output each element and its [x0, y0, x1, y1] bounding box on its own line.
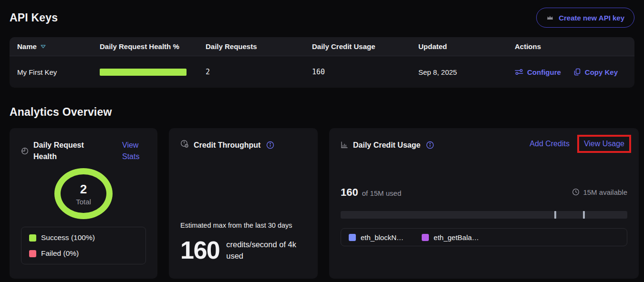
donut-total-label: Total	[76, 198, 91, 206]
daily-credit-usage-value: 160	[312, 68, 418, 76]
failed-swatch	[29, 250, 36, 257]
usage-legend: eth_blockN… eth_getBala…	[341, 228, 627, 246]
card-title: Credit Throughput	[194, 140, 260, 151]
daily-request-health-card: Daily Request Health View Stats 2 Total …	[10, 128, 157, 279]
success-swatch	[29, 234, 36, 242]
usage-bar-tick	[554, 211, 556, 219]
page-title: API Keys	[10, 11, 58, 24]
eth-getbalance-swatch	[422, 234, 429, 241]
usage-card-links: Add Credits View Usage	[530, 140, 627, 148]
view-usage-link[interactable]: View Usage	[584, 140, 624, 148]
add-credits-link[interactable]: Add Credits	[530, 140, 570, 148]
view-stats-link[interactable]: View Stats	[122, 140, 146, 162]
bar-chart-icon	[341, 141, 348, 149]
info-icon[interactable]	[266, 141, 274, 149]
credits-available: 15M available	[572, 188, 627, 196]
health-bar-fill	[100, 69, 187, 76]
info-icon[interactable]	[426, 141, 434, 149]
legend-eth-blocknumber-label: eth_blockN…	[361, 233, 404, 242]
throughput-subtitle: Estimated max from the last 30 days	[180, 222, 306, 229]
create-api-key-label: Create new API key	[559, 14, 624, 22]
legend-success-label: Success (100%)	[41, 233, 95, 242]
configure-label: Configure	[527, 68, 561, 76]
column-header-health: Daily Request Health %	[100, 42, 206, 50]
throughput-value-description: credits/second of 4k used	[226, 239, 306, 262]
health-legend: Success (100%) Failed (0%)	[21, 227, 146, 264]
column-header-name-label: Name	[17, 42, 37, 50]
copy-icon	[573, 68, 581, 76]
request-health-donut-chart: 2 Total	[54, 168, 113, 219]
column-header-name[interactable]: Name	[10, 42, 100, 50]
daily-credit-usage-card: Daily Credit Usage Add Credits View Usag…	[329, 128, 639, 279]
clock-icon	[572, 188, 580, 196]
legend-item-failed: Failed (0%)	[29, 249, 138, 258]
legend-item-eth-getbalance: eth_getBala…	[422, 233, 479, 242]
health-cell	[100, 69, 206, 76]
health-bar-track	[100, 69, 187, 76]
donut-total-value: 2	[80, 182, 87, 197]
eth-blocknumber-swatch	[349, 234, 356, 241]
card-header: Daily Credit Usage Add Credits View Usag…	[341, 140, 627, 151]
api-keys-table: Name Daily Request Health % Daily Reques…	[10, 37, 634, 88]
create-api-key-button[interactable]: Create new API key	[536, 8, 634, 28]
sort-descending-icon[interactable]	[41, 45, 46, 49]
actions-cell: Configure Copy Key	[515, 68, 634, 76]
gauge-icon	[180, 140, 189, 148]
legend-item-success: Success (100%)	[29, 233, 138, 242]
usage-progress-bar	[341, 211, 627, 219]
annotation-highlight-box: View Usage	[577, 135, 631, 153]
crown-icon	[546, 14, 554, 21]
throughput-value-row: 160 credits/second of 4k used	[180, 236, 306, 264]
usage-summary-row: 160 of 15M used 15M available	[341, 186, 627, 199]
table-header-row: Name Daily Request Health % Daily Reques…	[10, 37, 634, 56]
pie-chart-icon	[21, 147, 29, 155]
credits-used-suffix: of 15M used	[362, 189, 402, 197]
legend-failed-label: Failed (0%)	[41, 249, 79, 258]
analytics-cards: Daily Request Health View Stats 2 Total …	[10, 128, 634, 279]
usage-bar-tick	[583, 211, 585, 219]
copy-key-label: Copy Key	[585, 68, 618, 76]
legend-item-eth-blocknumber: eth_blockN…	[349, 233, 404, 242]
dashboard-page: API Keys Create new API key Name Daily R…	[0, 0, 644, 279]
column-header-credit-usage: Daily Credit Usage	[312, 42, 418, 50]
analytics-overview-title: Analytics Overview	[10, 106, 634, 119]
column-header-requests: Daily Requests	[206, 42, 312, 50]
copy-key-button[interactable]: Copy Key	[573, 68, 618, 76]
api-keys-header: API Keys Create new API key	[10, 0, 634, 28]
credits-available-label: 15M available	[583, 188, 627, 196]
daily-requests-value: 2	[206, 68, 312, 76]
api-key-name: My First Key	[10, 68, 100, 76]
credits-used-value: 160	[341, 186, 358, 199]
throughput-value: 160	[180, 236, 219, 264]
updated-value: Sep 8, 2025	[418, 68, 515, 76]
credit-throughput-card: Credit Throughput Estimated max from the…	[169, 128, 318, 279]
throughput-stats: Estimated max from the last 30 days 160 …	[180, 222, 306, 264]
card-header: Credit Throughput	[180, 140, 306, 151]
card-header: Daily Request Health View Stats	[21, 140, 146, 162]
legend-eth-getbalance-label: eth_getBala…	[434, 233, 479, 242]
configure-button[interactable]: Configure	[515, 68, 561, 76]
card-title: Daily Credit Usage	[353, 140, 420, 151]
table-row: My First Key 2 160 Sep 8, 2025 Configure	[10, 56, 634, 88]
column-header-updated: Updated	[418, 42, 515, 50]
column-header-actions: Actions	[515, 42, 634, 50]
card-title: Daily Request Health	[33, 140, 92, 162]
sliders-icon	[515, 69, 523, 75]
